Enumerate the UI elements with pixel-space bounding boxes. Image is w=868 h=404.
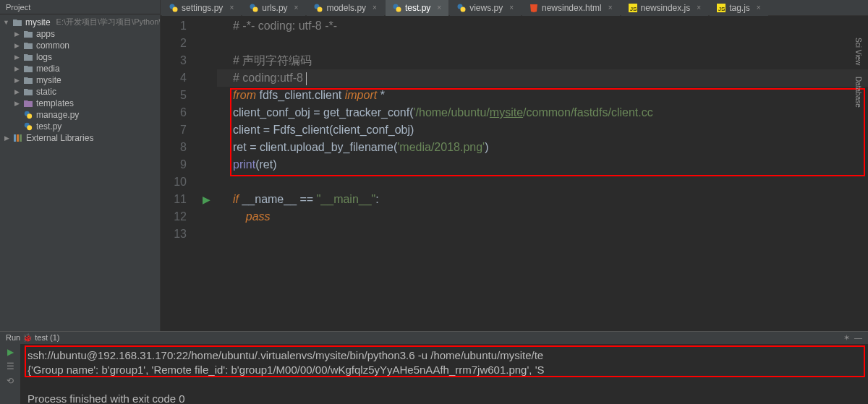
- svg-text:JS: JS: [630, 6, 637, 12]
- chevron-right-icon: ▶: [3, 134, 10, 142]
- tab-label: views.py: [469, 3, 503, 13]
- folder-icon: [23, 53, 33, 61]
- close-icon[interactable]: ×: [608, 4, 613, 12]
- console-gutter: ▶ ☰ ⟲: [0, 344, 20, 404]
- line-number: 12: [161, 208, 187, 225]
- close-icon[interactable]: ×: [229, 4, 234, 12]
- step-icon[interactable]: ☰: [7, 361, 14, 371]
- tree-label: apps: [36, 29, 55, 39]
- run-icon[interactable]: ▶: [7, 347, 14, 357]
- close-icon[interactable]: ×: [373, 4, 377, 12]
- tree-item-static[interactable]: ▶static: [0, 86, 160, 98]
- folder-icon: [23, 87, 33, 96]
- chevron-right-icon: ▶: [13, 77, 20, 84]
- external-libs[interactable]: ▶ External Libraries: [0, 132, 160, 144]
- gutter-icons: ▶: [197, 16, 217, 331]
- tab-newsindex-js[interactable]: JSnewsindex.js×: [621, 0, 709, 16]
- tab-label: newsindex.html: [542, 3, 602, 13]
- library-icon: [13, 134, 23, 142]
- tree-item-logs[interactable]: ▶logs: [0, 51, 160, 63]
- tree-label: manage.py: [36, 110, 79, 120]
- py-file-icon: [393, 4, 401, 12]
- tree-label: templates: [36, 98, 74, 108]
- project-sidebar: Project ▼ mysite E:\开发项目\学习项目\Python\my …: [0, 0, 161, 331]
- tree-item-media[interactable]: ▶media: [0, 63, 160, 74]
- line-number: 6: [161, 104, 187, 121]
- code-editor[interactable]: 12345678910111213 ▶ # -*- coding: utf-8 …: [161, 16, 868, 331]
- tab-test-py[interactable]: test.py×: [386, 0, 448, 16]
- svg-text:JS: JS: [718, 6, 725, 12]
- python-file-icon: [23, 111, 33, 119]
- tree-item-templates[interactable]: ▶templates: [0, 98, 160, 109]
- tab-label: settings.py: [182, 3, 223, 13]
- svg-point-1: [27, 113, 32, 119]
- right-toolwindow-tabs: Sci View Database: [854, 33, 868, 112]
- line-number: 7: [161, 121, 187, 139]
- tree-item-test.py[interactable]: test.py: [0, 121, 160, 132]
- js-file-icon: JS: [629, 4, 637, 12]
- svg-point-10: [253, 7, 258, 12]
- console-line-3: Process finished with exit code 0: [27, 392, 861, 404]
- python-file-icon: [23, 122, 33, 131]
- tab-settings-py[interactable]: settings.py×: [162, 0, 241, 16]
- svg-point-14: [396, 7, 401, 12]
- console-output[interactable]: ssh://ubuntu@192.168.31.170:22/home/ubun…: [20, 344, 868, 404]
- project-tree: ▼ mysite E:\开发项目\学习项目\Python\my ▶apps▶co…: [0, 14, 160, 145]
- line-number: 13: [161, 225, 187, 243]
- wrap-icon[interactable]: ⟲: [7, 376, 14, 386]
- sidebar-title[interactable]: Project: [0, 0, 160, 14]
- tab-label: test.py: [405, 3, 430, 13]
- tab-models-py[interactable]: models.py×: [307, 0, 384, 16]
- svg-point-8: [173, 7, 178, 12]
- close-icon[interactable]: ×: [757, 4, 761, 12]
- sciview-tab[interactable]: Sci View: [854, 33, 868, 69]
- line-number: 8: [161, 139, 187, 156]
- gear-icon[interactable]: ✶: [843, 333, 850, 343]
- tab-label: urls.py: [262, 3, 287, 13]
- line-number: 11: [161, 191, 187, 208]
- tab-urls-py[interactable]: urls.py×: [242, 0, 305, 16]
- tab-tag-js[interactable]: JStag.js×: [710, 0, 768, 16]
- close-icon[interactable]: ×: [509, 4, 514, 12]
- root-path: E:\开发项目\学习项目\Python\my: [56, 17, 160, 27]
- folder-icon: [23, 30, 33, 38]
- js-file-icon: JS: [717, 4, 726, 12]
- run-gutter-icon[interactable]: ▶: [197, 194, 210, 205]
- close-icon[interactable]: ×: [294, 4, 299, 12]
- html-file-icon: [529, 4, 538, 12]
- close-icon[interactable]: ×: [437, 4, 441, 12]
- line-number: 4: [161, 69, 187, 87]
- code-lines[interactable]: # -*- coding: utf-8 -*- # 声明字符编码 # codin…: [217, 16, 868, 331]
- line-number: 9: [161, 156, 187, 173]
- chevron-right-icon: ▶: [13, 65, 20, 72]
- tree-item-mysite[interactable]: ▶mysite: [0, 74, 160, 86]
- ext-libs-label: External Libraries: [26, 133, 93, 143]
- console-header[interactable]: Run 🐞 test (1) ✶ —: [0, 332, 868, 344]
- tree-root[interactable]: ▼ mysite E:\开发项目\学习项目\Python\my: [0, 16, 160, 28]
- project-title: Project: [6, 3, 30, 12]
- svg-point-3: [27, 125, 32, 130]
- console-panel: Run 🐞 test (1) ✶ — ▶ ☰ ⟲ ssh://ubuntu@19…: [0, 331, 868, 404]
- console-line-2: {'Group name': b'group1', 'Remote file_i…: [27, 363, 861, 377]
- tree-item-common[interactable]: ▶common: [0, 40, 160, 51]
- folder-icon: [12, 18, 22, 27]
- svg-point-16: [461, 7, 466, 12]
- chevron-right-icon: ▶: [13, 53, 20, 61]
- root-name: mysite: [25, 17, 51, 27]
- database-tab[interactable]: Database: [854, 72, 868, 112]
- tree-item-apps[interactable]: ▶apps: [0, 28, 160, 40]
- minimize-icon[interactable]: —: [854, 333, 862, 343]
- tab-label: tag.js: [729, 3, 750, 13]
- line-number: 2: [161, 35, 187, 52]
- folder-icon: [23, 99, 33, 108]
- tab-label: models.py: [326, 3, 366, 13]
- tab-views-py[interactable]: views.py×: [450, 0, 521, 16]
- tab-newsindex-html[interactable]: newsindex.html×: [522, 0, 620, 16]
- svg-rect-5: [17, 134, 19, 142]
- tree-item-manage.py[interactable]: manage.py: [0, 109, 160, 121]
- text-cursor: [306, 72, 307, 85]
- py-file-icon: [314, 4, 323, 12]
- close-icon[interactable]: ×: [697, 4, 701, 12]
- chevron-down-icon: ▼: [3, 19, 9, 26]
- editor-area: settings.py×urls.py×models.py×test.py×vi…: [161, 0, 868, 331]
